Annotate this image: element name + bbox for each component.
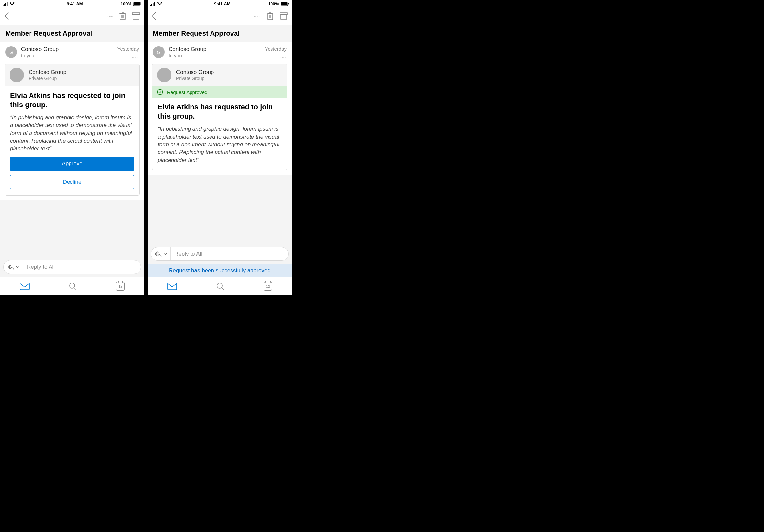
more-icon[interactable]: ◦◦◦ — [106, 13, 113, 19]
phone-after: 9:41 AM 100% ◦◦◦ Member Request Approval… — [147, 0, 292, 295]
sender-to: to you — [168, 53, 261, 58]
request-card: Contoso Group Private Group Request Appr… — [152, 64, 287, 170]
request-card: Contoso Group Private Group Elvia Atkins… — [5, 64, 140, 196]
group-name: Contoso Group — [29, 69, 66, 76]
tab-calendar[interactable]: 12 — [264, 282, 272, 291]
request-message: “In publishing and graphic design, lorem… — [10, 114, 134, 153]
delete-icon[interactable] — [266, 12, 274, 20]
approve-button[interactable]: Approve — [10, 157, 134, 171]
svg-rect-14 — [133, 15, 139, 19]
decline-button[interactable]: Decline — [10, 175, 134, 189]
sender-avatar: G — [5, 46, 17, 58]
status-time: 9:41 AM — [150, 1, 294, 6]
svg-point-17 — [70, 283, 75, 288]
reply-placeholder[interactable]: Reply to All — [170, 251, 288, 257]
reply-bar[interactable]: Reply to All — [3, 260, 141, 274]
tab-bar: 12 — [0, 277, 144, 295]
request-message: “In publishing and graphic design, lorem… — [158, 125, 282, 164]
status-bar: 9:41 AM 100% — [0, 0, 144, 7]
group-name: Contoso Group — [176, 69, 214, 76]
more-icon[interactable]: ◦◦◦ — [254, 13, 261, 19]
sender-date: Yesterday — [265, 46, 286, 52]
approved-text: Request Approved — [167, 89, 207, 95]
chevron-down-icon[interactable] — [16, 266, 19, 268]
svg-point-37 — [217, 283, 222, 288]
reply-bar[interactable]: Reply to All — [151, 247, 288, 261]
message-more-icon[interactable]: ◦◦◦ — [132, 55, 139, 60]
svg-point-35 — [157, 89, 163, 95]
checkmark-icon — [157, 89, 163, 95]
sender-date: Yesterday — [117, 46, 139, 52]
sender-name: Contoso Group — [168, 46, 261, 53]
delete-icon[interactable] — [119, 12, 126, 20]
phone-before: 9:41 AM 100% ◦◦◦ Member Request Approval — [0, 0, 144, 295]
svg-rect-16 — [20, 283, 29, 290]
tab-mail[interactable] — [20, 283, 30, 290]
page-title: Member Request Approval — [0, 25, 144, 42]
calendar-day: 12 — [116, 282, 124, 291]
reply-all-icon[interactable] — [154, 251, 162, 257]
svg-line-38 — [222, 288, 224, 290]
tab-search[interactable] — [69, 282, 77, 291]
archive-icon[interactable] — [132, 12, 140, 20]
back-button[interactable] — [4, 12, 9, 20]
svg-rect-13 — [132, 13, 140, 15]
reply-placeholder[interactable]: Reply to All — [23, 264, 141, 270]
request-headline: Elvia Atkins has requested to join this … — [158, 102, 282, 121]
chevron-down-icon[interactable] — [164, 253, 167, 255]
request-headline: Elvia Atkins has requested to join this … — [10, 91, 134, 109]
tab-calendar[interactable]: 12 — [116, 282, 124, 291]
page-title: Member Request Approval — [147, 25, 292, 42]
message-more-icon[interactable]: ◦◦◦ — [280, 55, 286, 60]
sender-avatar: G — [153, 46, 165, 58]
back-button[interactable] — [151, 12, 157, 20]
nav-bar: ◦◦◦ — [147, 7, 292, 25]
tab-bar: 12 — [147, 277, 292, 295]
sender-row[interactable]: G Contoso Group to you Yesterday ◦◦◦ — [0, 42, 144, 62]
nav-bar: ◦◦◦ — [0, 7, 144, 25]
sender-row[interactable]: G Contoso Group to you Yesterday ◦◦◦ — [147, 42, 292, 62]
group-avatar — [10, 68, 24, 82]
sender-name: Contoso Group — [21, 46, 113, 53]
group-type: Private Group — [176, 76, 214, 81]
success-toast: Request has been successfully approved — [147, 264, 292, 277]
archive-icon[interactable] — [280, 12, 288, 20]
reply-all-icon[interactable] — [7, 264, 15, 270]
tab-mail[interactable] — [167, 283, 177, 290]
tab-search[interactable] — [216, 282, 225, 291]
approved-banner: Request Approved — [152, 86, 287, 98]
svg-rect-32 — [280, 13, 287, 15]
group-avatar — [157, 68, 171, 82]
group-type: Private Group — [29, 76, 66, 81]
calendar-day: 12 — [264, 282, 272, 291]
svg-line-18 — [74, 288, 77, 290]
svg-rect-36 — [168, 283, 177, 290]
status-bar: 9:41 AM 100% — [147, 0, 292, 7]
svg-rect-33 — [281, 15, 286, 19]
sender-to: to you — [21, 53, 113, 58]
status-time: 9:41 AM — [3, 1, 147, 6]
